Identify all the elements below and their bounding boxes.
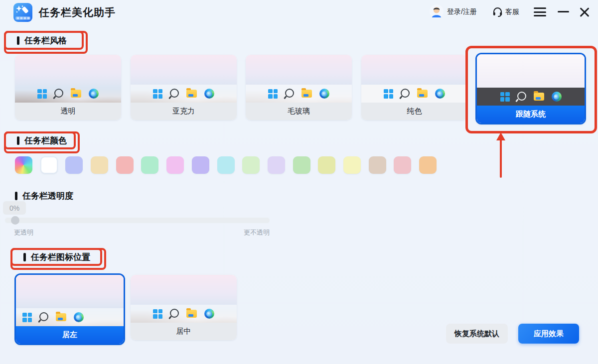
position-card-label: 居中 <box>131 323 237 340</box>
color-swatch-tan[interactable] <box>369 156 386 174</box>
folder-icon <box>417 90 428 98</box>
windows-logo-icon <box>153 309 162 319</box>
menu-icon[interactable] <box>534 7 546 16</box>
app-title: 任务栏美化助手 <box>39 5 116 19</box>
position-card-label: 居左 <box>16 326 124 344</box>
position-card-center[interactable]: 居中 <box>131 275 237 340</box>
search-icon <box>54 89 63 98</box>
style-preview-acrylic <box>131 55 237 103</box>
search-icon <box>285 89 294 98</box>
close-icon[interactable] <box>579 6 591 18</box>
section-marker <box>17 136 19 145</box>
section-marker <box>17 36 19 45</box>
style-card-follow-system[interactable]: 跟随系统 <box>475 53 586 124</box>
section-title-taskbar-color: 任务栏颜色 <box>4 131 76 149</box>
style-card-frosted-glass[interactable]: 毛玻璃 <box>246 55 352 120</box>
restore-default-button[interactable]: 恢复系统默认 <box>446 324 508 344</box>
headset-icon <box>492 6 503 17</box>
edge-icon <box>435 89 445 99</box>
edge-icon <box>552 92 562 102</box>
search-icon <box>170 89 179 98</box>
color-swatch-periwinkle[interactable] <box>65 156 83 174</box>
style-preview-solid-color <box>361 55 467 103</box>
folder-icon <box>534 93 544 101</box>
windows-logo-icon <box>22 313 32 322</box>
transparency-min-label: 更透明 <box>14 228 33 237</box>
style-card-label: 纯色 <box>361 103 467 120</box>
titlebar: 任务栏美化助手 登录/注册 客服 <box>0 0 598 24</box>
style-card-label: 跟随系统 <box>477 106 585 123</box>
edge-icon <box>89 89 99 99</box>
edge-icon <box>74 312 84 322</box>
color-swatch-dusty-pink[interactable] <box>394 156 411 174</box>
search-icon <box>170 309 179 318</box>
transparency-max-label: 更不透明 <box>244 228 270 237</box>
color-swatch-mint[interactable] <box>141 156 158 174</box>
minimize-icon[interactable] <box>558 11 569 12</box>
style-card-label: 亚克力 <box>131 103 237 120</box>
position-preview-left <box>16 275 124 326</box>
app-logo-icon <box>13 3 32 22</box>
color-swatch-sky-cyan[interactable] <box>217 156 235 174</box>
windows-logo-icon <box>153 89 162 99</box>
style-card-transparent[interactable]: 透明 <box>15 55 121 120</box>
color-swatch-row <box>15 156 437 174</box>
transparency-value-badge: 0% <box>3 201 26 215</box>
style-preview-follow-system <box>477 54 585 106</box>
color-swatch-wheat[interactable] <box>91 156 108 174</box>
search-icon <box>401 89 410 98</box>
color-swatch-pale-yellow[interactable] <box>343 156 361 174</box>
position-preview-center <box>131 275 237 323</box>
folder-icon <box>56 313 66 321</box>
avatar-icon[interactable] <box>430 4 444 18</box>
customer-service-link[interactable]: 客服 <box>505 7 519 16</box>
folder-icon <box>71 90 81 98</box>
section-title-taskbar-style: 任务栏风格 <box>4 31 84 50</box>
annotation-arrow-up <box>496 132 506 179</box>
color-swatch-green[interactable] <box>293 156 310 174</box>
folder-icon <box>186 90 197 98</box>
style-card-label: 毛玻璃 <box>246 103 352 120</box>
windows-logo-icon <box>37 89 47 99</box>
app-window: 任务栏美化助手 登录/注册 客服 任务栏风格 <box>0 0 598 364</box>
color-swatch-lavender[interactable] <box>268 156 285 174</box>
color-swatch-pale-green[interactable] <box>242 156 260 174</box>
transparency-slider-thumb[interactable] <box>11 216 19 225</box>
search-icon <box>39 312 48 321</box>
color-swatch-orchid[interactable] <box>166 156 184 174</box>
windows-logo-icon <box>500 92 510 102</box>
color-swatch-rose[interactable] <box>116 156 134 174</box>
apply-effect-button[interactable]: 应用效果 <box>518 324 579 344</box>
style-card-solid-color[interactable]: 纯色 <box>361 55 467 120</box>
position-card-left[interactable]: 居左 <box>14 273 125 345</box>
section-marker <box>23 253 26 261</box>
transparency-slider-track[interactable] <box>5 218 270 223</box>
edge-icon <box>319 89 329 99</box>
edge-icon <box>204 89 214 99</box>
color-swatch-white[interactable] <box>40 156 58 174</box>
windows-logo-icon <box>384 89 393 99</box>
folder-icon <box>301 90 312 98</box>
style-card-acrylic[interactable]: 亚克力 <box>131 55 237 120</box>
search-icon <box>517 92 526 101</box>
section-title-icon-position: 任务栏图标位置 <box>10 248 102 266</box>
edge-icon <box>204 309 214 319</box>
color-swatch-peach[interactable] <box>419 156 437 174</box>
style-card-label: 透明 <box>15 103 121 120</box>
windows-logo-icon <box>268 89 278 99</box>
login-register-link[interactable]: 登录/注册 <box>447 7 477 16</box>
color-swatch-yellow-green[interactable] <box>318 156 335 174</box>
style-preview-frosted-glass <box>246 55 352 103</box>
color-swatch-violet[interactable] <box>192 156 209 174</box>
section-marker <box>15 192 17 200</box>
style-preview-transparent <box>15 55 121 103</box>
folder-icon <box>186 310 197 318</box>
color-swatch-rainbow-picker[interactable] <box>15 156 32 174</box>
